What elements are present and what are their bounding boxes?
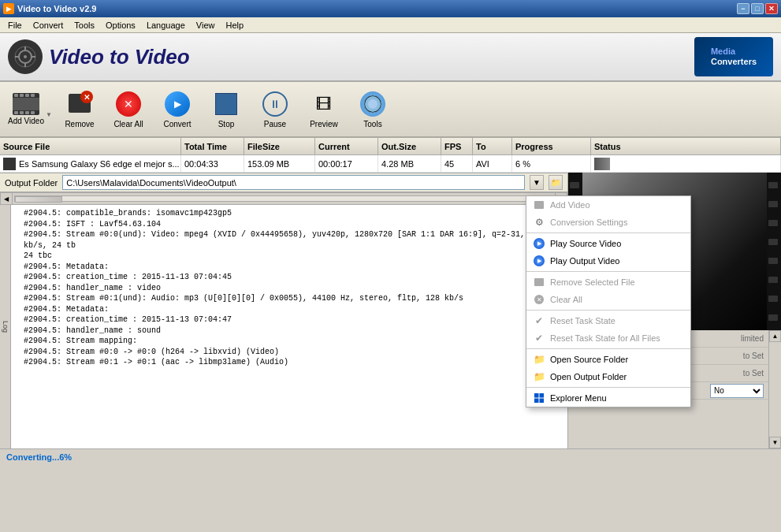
settings-flip-select[interactable]: No Horizontal Vertical (710, 384, 764, 398)
ctx-open-output-label: Open Output Folder (550, 372, 627, 381)
ctx-remove-selected[interactable]: Remove Selected File (526, 273, 690, 291)
scroll-up-button[interactable]: ▲ (769, 330, 781, 342)
add-video-button[interactable]: Add Video (6, 87, 46, 132)
log-line: #2904.5: Stream #0:1(und): Audio: mp3 (U… (24, 293, 564, 304)
output-folder-input[interactable] (62, 175, 525, 190)
th-to: To (473, 138, 512, 155)
pause-icon: ⏸ (261, 90, 289, 118)
context-menu: Add Video ⚙ Conversion Settings ▶ Play S… (526, 195, 691, 407)
toolbar: Add Video ▼ ✕ Remove ✕ Clear All ▶ Conve… (0, 82, 781, 137)
minimize-button[interactable]: − (737, 3, 749, 14)
ctx-explorer-menu[interactable]: Explorer Menu (526, 389, 690, 407)
clear-stop-icon: ✕ (116, 91, 141, 117)
svg-rect-12 (534, 399, 539, 404)
settings-value-toset2: to Set (743, 369, 764, 378)
td-current: 00:00:17 (315, 155, 378, 173)
scroll-left-button[interactable]: ◀ (0, 192, 13, 205)
ctx-reset-all[interactable]: ✔ Reset Task State for All Files (526, 329, 690, 347)
menu-view[interactable]: View (192, 20, 220, 31)
th-progress: Progress (512, 138, 591, 155)
ctx-open-output-folder[interactable]: 📁 Open Output Folder (526, 368, 690, 385)
svg-point-2 (24, 55, 27, 58)
tools-button[interactable]: Tools (350, 87, 396, 132)
ctx-windows-icon (533, 392, 545, 404)
ctx-reset-task[interactable]: ✔ Reset Task State (526, 312, 690, 329)
th-current: Current (315, 138, 378, 155)
menu-tools[interactable]: Tools (69, 20, 99, 31)
menu-options[interactable]: Options (101, 20, 140, 31)
ctx-reset-label: Reset Task State (550, 316, 616, 326)
open-folder-button[interactable]: 📁 (549, 175, 563, 190)
preview-film-icon: 🎞 (311, 91, 337, 117)
stop-button[interactable]: Stop (203, 87, 249, 132)
log-line: #2904.5: creation_time : 2015-11-13 07:0… (24, 272, 564, 283)
h-scrollbar[interactable]: ◀ ▶ (0, 192, 567, 205)
menu-language[interactable]: Language (142, 20, 190, 31)
settings-value-limited: limited (741, 334, 764, 343)
td-progress-text: 6 % (515, 159, 530, 169)
pause-label: Pause (264, 120, 286, 128)
log-line: #2904.5: Stream #0:1 -> #0:1 (aac -> lib… (24, 357, 564, 368)
menu-help[interactable]: Help (221, 20, 248, 31)
ctx-open-source-folder[interactable]: 📁 Open Source Folder (526, 351, 690, 368)
ctx-reset-all-icon: ✔ (533, 332, 545, 344)
menu-convert[interactable]: Convert (28, 20, 69, 31)
td-progress: 6 % (512, 155, 591, 173)
ctx-add-video[interactable]: Add Video (526, 196, 690, 214)
scroll-down-button[interactable]: ▼ (769, 437, 781, 448)
ctx-reset-all-label: Reset Task State for All Files (550, 333, 660, 343)
clear-all-button[interactable]: ✕ Clear All (106, 87, 151, 132)
log-line: #2904.5: compatible_brands: isomavc1mp42… (24, 208, 564, 219)
menu-file[interactable]: File (3, 20, 27, 31)
th-total-time: Total Time (181, 138, 244, 155)
h-scroll-thumb[interactable] (15, 196, 62, 203)
add-video-dropdown[interactable]: ▼ (46, 87, 54, 132)
table-row[interactable]: Es Samsung Galaxy S6 edge el mejor s... … (0, 155, 781, 173)
ctx-play-output-video[interactable]: ▶ Play Output Video (526, 252, 690, 270)
td-fps: 45 (441, 155, 473, 173)
log-line: #2904.5: Metadata: (24, 304, 564, 315)
log-line: #2904.5: creation_time : 2015-11-13 07:0… (24, 314, 564, 326)
ctx-output-folder-icon: 📁 (533, 370, 545, 383)
ctx-conversion-settings[interactable]: ⚙ Conversion Settings (526, 214, 690, 231)
ctx-clear-all-label: Clear All (550, 295, 582, 304)
status-bar: Converting...6% (0, 448, 781, 464)
ctx-reset-icon: ✔ (533, 314, 545, 327)
ctx-source-folder-icon: 📁 (533, 353, 545, 366)
close-button[interactable]: ✕ (765, 3, 778, 14)
preview-button[interactable]: 🎞 Preview (301, 87, 347, 132)
td-source-text: Es Samsung Galaxy S6 edge el mejor s... (19, 159, 180, 169)
ctx-play-output-label: Play Output Video (550, 256, 619, 266)
log-line: #2904.5: Stream #0:0(und): Video: mpeg4 … (24, 229, 564, 251)
ctx-separator-4 (526, 348, 690, 349)
scroll-track (769, 342, 781, 437)
ctx-separator-2 (526, 271, 690, 272)
clear-all-label: Clear All (113, 120, 143, 128)
log-tab[interactable]: Log (0, 205, 11, 448)
log-container: Log #2904.5: compatible_brands: isomavc1… (0, 205, 567, 448)
maximize-button[interactable]: □ (751, 3, 764, 14)
ctx-explorer-label: Explorer Menu (550, 393, 607, 403)
convert-button[interactable]: ▶ Convert (154, 87, 200, 132)
pause-button[interactable]: ⏸ Pause (252, 87, 298, 132)
play-icon: ▶ (165, 91, 190, 117)
preview-icon: 🎞 (310, 90, 338, 118)
header: Video to Video Media Converters (0, 33, 781, 82)
window-title: Video to Video v2.9 (17, 4, 96, 13)
ctx-play-source-label: Play Source Video (550, 239, 621, 248)
ctx-clear-icon: ✕ (533, 293, 545, 306)
tools-label: Tools (363, 120, 381, 128)
converting-status: Converting...6% (6, 452, 72, 462)
preview-label: Preview (310, 120, 338, 128)
title-bar: ▶ Video to Video v2.9 − □ ✕ (0, 0, 781, 17)
ctx-play-source-video[interactable]: ▶ Play Source Video (526, 235, 690, 252)
th-out-size: Out.Size (378, 138, 441, 155)
svg-point-9 (368, 99, 377, 109)
title-bar-controls: − □ ✕ (737, 3, 778, 14)
remove-button[interactable]: ✕ Remove (57, 87, 102, 132)
menu-bar: File Convert Tools Options Language View… (0, 17, 781, 33)
th-source-file: Source File (0, 138, 181, 155)
ctx-remove-label: Remove Selected File (550, 277, 635, 287)
ctx-clear-all[interactable]: ✕ Clear All (526, 291, 690, 308)
browse-button[interactable]: ▼ (530, 175, 544, 190)
